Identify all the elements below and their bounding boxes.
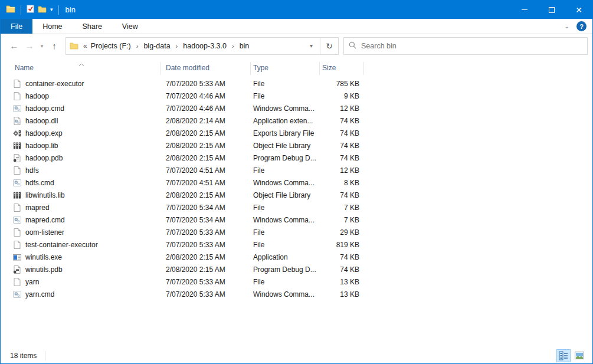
- status-separator: [45, 351, 45, 360]
- file-type: Object File Library: [251, 142, 320, 150]
- file-name: test-container-executor: [25, 241, 98, 249]
- tab-view[interactable]: View: [112, 19, 148, 34]
- tab-home[interactable]: Home: [32, 19, 72, 34]
- tab-share[interactable]: Share: [73, 19, 112, 34]
- window-title: bin: [65, 5, 76, 14]
- new-folder-icon[interactable]: [38, 5, 47, 15]
- file-type: Windows Comma...: [251, 290, 320, 299]
- file-name-cell: winutils.exe: [1, 252, 160, 262]
- minimize-button[interactable]: [511, 1, 538, 19]
- breadcrumb-item-projects[interactable]: Projects (F:): [90, 42, 132, 50]
- refresh-icon: ↻: [326, 41, 333, 51]
- lib-icon: [12, 191, 22, 200]
- breadcrumb-overflow[interactable]: «: [82, 42, 90, 50]
- file-date-modified: 2/08/2020 2:15 AM: [160, 129, 251, 137]
- maximize-icon: [549, 7, 555, 13]
- file-size: 13 KB: [320, 290, 364, 299]
- file-type: Windows Comma...: [251, 216, 320, 224]
- column-header-size[interactable]: Size: [320, 62, 364, 75]
- search-box[interactable]: [343, 37, 588, 55]
- search-icon: [349, 41, 356, 51]
- file-size: 8 KB: [320, 179, 364, 187]
- file-name: hdfs.cmd: [25, 179, 54, 187]
- search-input[interactable]: [361, 42, 582, 50]
- expand-ribbon-chevron-icon[interactable]: ⌄: [565, 23, 569, 29]
- file-type: Application exten...: [251, 117, 320, 125]
- file-name: hadoop.dll: [25, 117, 58, 125]
- file-type: File: [251, 278, 320, 286]
- breadcrumb-separator-icon[interactable]: ›: [172, 42, 182, 50]
- column-header-date-modified[interactable]: Date modified: [160, 62, 251, 75]
- navigation-bar: ← → ▾ ↑ « Projects (F:) › big-data › had…: [1, 34, 592, 57]
- refresh-button[interactable]: ↻: [320, 37, 339, 55]
- breadcrumb-item-hadoop[interactable]: hadoop-3.3.0: [182, 42, 228, 50]
- breadcrumb-item-bin[interactable]: bin: [238, 42, 251, 50]
- file-type: File: [251, 80, 320, 88]
- column-header-name[interactable]: Name: [1, 62, 160, 75]
- file-row[interactable]: hadoop.cmd 7/07/2020 4:46 AM Windows Com…: [1, 102, 592, 114]
- file-name: mapred: [25, 204, 50, 212]
- window-controls: ✕: [511, 1, 592, 19]
- file-name-cell: yarn: [1, 277, 160, 287]
- column-header-type[interactable]: Type: [251, 62, 320, 75]
- file-name-cell: mapred.cmd: [1, 215, 160, 225]
- file-name-cell: libwinutils.lib: [1, 191, 160, 200]
- file-row[interactable]: yarn 7/07/2020 5:33 AM File 13 KB: [1, 276, 592, 288]
- file-type: File: [251, 204, 320, 212]
- file-name: hadoop.pdb: [25, 154, 63, 162]
- file-icon: [12, 91, 22, 101]
- address-bar[interactable]: « Projects (F:) › big-data › hadoop-3.3.…: [65, 37, 320, 55]
- close-button[interactable]: ✕: [565, 1, 592, 19]
- customize-qat-caret-icon[interactable]: ▾: [50, 7, 53, 12]
- exp-icon: [12, 129, 22, 138]
- close-icon: ✕: [575, 6, 582, 14]
- file-icon: [12, 277, 22, 287]
- file-row[interactable]: hdfs.cmd 7/07/2020 4:51 AM Windows Comma…: [1, 176, 592, 189]
- help-icon[interactable]: ?: [576, 21, 587, 31]
- file-name-cell: hadoop.exp: [1, 129, 160, 138]
- file-row[interactable]: hadoop.lib 2/08/2020 2:15 AM Object File…: [1, 139, 592, 152]
- file-icon: [12, 228, 22, 237]
- file-date-modified: 7/07/2020 5:33 AM: [160, 290, 251, 299]
- breadcrumb-separator-icon[interactable]: ›: [132, 42, 143, 50]
- file-row[interactable]: winutils.pdb 2/08/2020 2:15 AM Program D…: [1, 263, 592, 276]
- file-row[interactable]: hadoop 7/07/2020 4:46 AM File 9 KB: [1, 90, 592, 102]
- file-size: 74 KB: [320, 142, 364, 150]
- file-size: 74 KB: [320, 191, 364, 199]
- breadcrumb-item-big-data[interactable]: big-data: [142, 42, 171, 50]
- file-name: hadoop.exp: [25, 129, 63, 137]
- file-row[interactable]: hadoop.dll 2/08/2020 2:14 AM Application…: [1, 114, 592, 127]
- up-button[interactable]: ↑: [47, 41, 62, 51]
- ribbon-tabs: File Home Share View ⌄ ?: [1, 19, 592, 34]
- properties-icon[interactable]: [27, 5, 34, 15]
- file-name-cell: test-container-executor: [1, 240, 160, 250]
- column-headers: Name Date modified Type Size: [1, 60, 592, 75]
- recent-locations-caret-icon[interactable]: ▾: [37, 43, 47, 49]
- back-button[interactable]: ←: [6, 41, 22, 51]
- file-row[interactable]: mapred.cmd 7/07/2020 5:34 AM Windows Com…: [1, 214, 592, 226]
- large-icons-view-button[interactable]: [572, 349, 587, 362]
- file-row[interactable]: hadoop.exp 2/08/2020 2:15 AM Exports Lib…: [1, 127, 592, 139]
- file-name: libwinutils.lib: [25, 191, 65, 199]
- file-row[interactable]: hadoop.pdb 2/08/2020 2:15 AM Program Deb…: [1, 152, 592, 164]
- file-row[interactable]: mapred 7/07/2020 5:34 AM File 7 KB: [1, 201, 592, 214]
- forward-button[interactable]: →: [22, 41, 37, 51]
- address-dropdown-caret-icon[interactable]: ▾: [305, 42, 317, 49]
- file-row[interactable]: test-container-executor 7/07/2020 5:33 A…: [1, 238, 592, 251]
- breadcrumb-separator-icon[interactable]: ›: [228, 42, 238, 50]
- maximize-button[interactable]: [538, 1, 565, 19]
- file-row[interactable]: winutils.exe 2/08/2020 2:15 AM Applicati…: [1, 251, 592, 263]
- tab-file[interactable]: File: [1, 19, 32, 34]
- file-row[interactable]: oom-listener 7/07/2020 5:33 AM File 29 K…: [1, 226, 592, 238]
- file-date-modified: 7/07/2020 5:33 AM: [160, 241, 251, 249]
- file-name: hadoop.lib: [25, 142, 58, 150]
- file-row[interactable]: container-executor 7/07/2020 5:33 AM Fil…: [1, 77, 592, 90]
- file-date-modified: 7/07/2020 5:33 AM: [160, 228, 251, 237]
- details-view-icon: [559, 351, 568, 360]
- file-row[interactable]: yarn.cmd 7/07/2020 5:33 AM Windows Comma…: [1, 288, 592, 300]
- file-size: 74 KB: [320, 265, 364, 274]
- details-view-button[interactable]: [556, 349, 571, 362]
- ribbon-right-controls: ⌄ ?: [565, 19, 592, 34]
- file-row[interactable]: libwinutils.lib 2/08/2020 2:15 AM Object…: [1, 189, 592, 201]
- file-row[interactable]: hdfs 7/07/2020 4:51 AM File 12 KB: [1, 164, 592, 176]
